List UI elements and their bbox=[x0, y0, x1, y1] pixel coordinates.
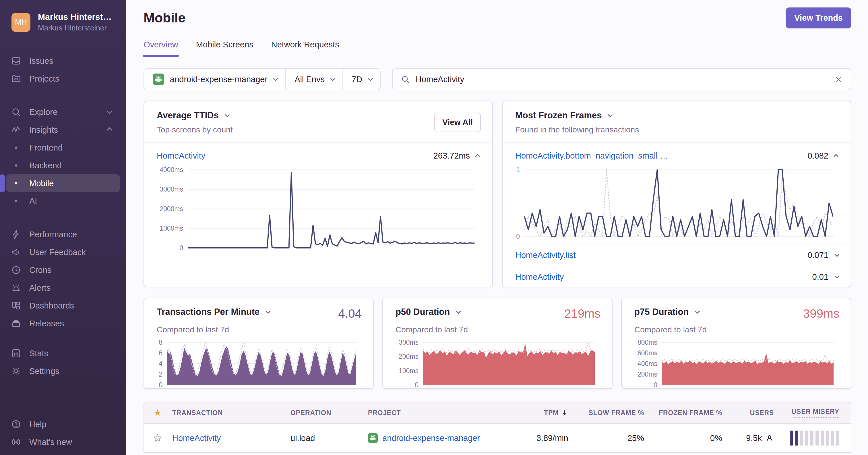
chevron-down-icon[interactable] bbox=[456, 309, 461, 314]
chevron-down-icon bbox=[330, 76, 335, 81]
chevron-up-icon[interactable] bbox=[834, 154, 838, 159]
sidebar-item-projects[interactable]: Projects bbox=[6, 70, 120, 88]
sidebar-item-insights[interactable]: Insights bbox=[6, 121, 120, 139]
sidebar-item-label: Help bbox=[29, 420, 46, 429]
chevron-down-icon[interactable] bbox=[695, 309, 700, 314]
sidebar-item-mobile[interactable]: • Mobile bbox=[6, 174, 120, 192]
svg-text:800ms: 800ms bbox=[638, 339, 657, 346]
star-outline-icon[interactable] bbox=[153, 433, 162, 443]
misery-bar-empty bbox=[826, 431, 829, 446]
column-header-tpm[interactable]: TPM bbox=[506, 409, 568, 417]
card-subtitle: Compared to last 7d bbox=[157, 325, 362, 334]
chevron-down-icon[interactable] bbox=[608, 112, 613, 117]
stat-cards-row: Transactions Per Minute 4.04 Compared to… bbox=[144, 297, 851, 389]
broadcast-icon bbox=[11, 437, 21, 447]
dashboard-icon bbox=[11, 301, 21, 311]
folder-icon bbox=[11, 74, 21, 84]
column-header-project[interactable]: PROJECT bbox=[368, 409, 506, 417]
p50-value: 219ms bbox=[564, 307, 600, 320]
frozen-frames-card: Most Frozen Frames Found in the followin… bbox=[502, 101, 851, 287]
sidebar-item-explore[interactable]: Explore bbox=[6, 103, 120, 121]
transaction-link[interactable]: HomeActivity.list bbox=[515, 251, 576, 260]
chevron-down-icon[interactable] bbox=[225, 112, 230, 117]
svg-text:200ms: 200ms bbox=[638, 371, 657, 378]
search-bar bbox=[392, 68, 851, 90]
card-subtitle: Compared to last 7d bbox=[634, 325, 839, 334]
column-header-operation[interactable]: OPERATION bbox=[290, 409, 368, 417]
sidebar-item-label: What's new bbox=[29, 437, 72, 447]
user-subtitle: Markus Hintersteiner bbox=[38, 24, 112, 32]
search-input[interactable] bbox=[415, 75, 828, 84]
card-title: Transactions Per Minute bbox=[157, 307, 259, 317]
sidebar-item-help[interactable]: Help bbox=[6, 415, 120, 433]
misery-bar-empty bbox=[831, 431, 834, 446]
misery-bar-empty bbox=[820, 431, 824, 446]
main-content: Mobile View Trends Overview Mobile Scree… bbox=[126, 0, 868, 455]
sidebar-item-ai[interactable]: • AI bbox=[6, 192, 120, 210]
transaction-link[interactable]: HomeActivity bbox=[515, 272, 564, 282]
sidebar-item-performance[interactable]: Performance bbox=[6, 226, 120, 243]
card-title: Average TTIDs bbox=[157, 110, 219, 121]
sidebar-item-label: Dashboards bbox=[29, 301, 74, 311]
sidebar-item-backend[interactable]: • Backend bbox=[6, 157, 120, 174]
svg-text:3000ms: 3000ms bbox=[160, 186, 183, 193]
date-range-selector[interactable]: 7D bbox=[342, 69, 380, 90]
view-trends-button[interactable]: View Trends bbox=[786, 7, 851, 28]
chevron-down-icon[interactable] bbox=[835, 252, 840, 257]
tab-bar: Overview Mobile Screens Network Requests bbox=[144, 40, 851, 56]
tab-network-requests[interactable]: Network Requests bbox=[271, 40, 339, 56]
transaction-link[interactable]: HomeActivity.bottom_navigation_small … bbox=[515, 151, 668, 161]
sidebar-item-settings[interactable]: Settings bbox=[6, 362, 120, 380]
sidebar-item-releases[interactable]: Releases bbox=[6, 315, 120, 332]
chevron-up-icon[interactable] bbox=[475, 154, 480, 159]
column-header-transaction[interactable]: TRANSACTION bbox=[171, 409, 290, 417]
sidebar-item-whats-new[interactable]: What's new bbox=[6, 433, 120, 451]
svg-text:2: 2 bbox=[159, 371, 162, 378]
column-header-slow-frame[interactable]: SLOW FRAME % bbox=[568, 409, 644, 417]
sidebar-item-dashboards[interactable]: Dashboards bbox=[6, 297, 120, 315]
sidebar-item-frontend[interactable]: • Frontend bbox=[6, 139, 120, 157]
misery-bar-filled bbox=[789, 431, 793, 446]
bullet-icon: • bbox=[11, 196, 21, 206]
org-user-switcher[interactable]: MH Markus Hinterst… Markus Hintersteiner bbox=[0, 10, 126, 40]
avg-ttids-chart: 4000ms3000ms2000ms1000ms0 bbox=[144, 164, 492, 255]
transaction-value: 0.01 bbox=[812, 272, 828, 282]
view-all-button[interactable]: View All bbox=[434, 113, 481, 132]
frozen-row-home: HomeActivity 0.01 bbox=[503, 266, 851, 287]
tab-mobile-screens[interactable]: Mobile Screens bbox=[196, 40, 253, 56]
environment-selector[interactable]: All Envs bbox=[285, 69, 342, 90]
active-indicator bbox=[0, 174, 5, 192]
p75-chart: 800ms600ms400ms200ms0 bbox=[630, 338, 839, 389]
sidebar-item-crons[interactable]: Crons bbox=[6, 261, 120, 279]
sidebar-item-alerts[interactable]: Alerts bbox=[6, 279, 120, 297]
sidebar-item-stats[interactable]: Stats bbox=[6, 344, 120, 362]
column-header-user-misery[interactable]: USER MISERY bbox=[774, 408, 851, 418]
user-meta: Markus Hinterst… Markus Hintersteiner bbox=[38, 12, 112, 32]
user-icon bbox=[765, 434, 774, 443]
table-row: HomeActivity ui.load android-expense-man… bbox=[144, 424, 851, 452]
clock-icon bbox=[11, 265, 21, 275]
transaction-link[interactable]: HomeActivity bbox=[172, 433, 221, 443]
user-misery-cell bbox=[774, 431, 851, 446]
svg-text:0: 0 bbox=[516, 233, 520, 240]
svg-text:2000ms: 2000ms bbox=[160, 205, 183, 212]
sidebar-item-label: Projects bbox=[29, 74, 59, 84]
column-header-users[interactable]: USERS bbox=[722, 409, 774, 417]
column-header-frozen-frame[interactable]: FROZEN FRAME % bbox=[644, 409, 722, 417]
sidebar-item-user-feedback[interactable]: User Feedback bbox=[6, 243, 120, 261]
ttid-screen-row: HomeActivity 263.72ms bbox=[144, 143, 492, 164]
svg-text:1000ms: 1000ms bbox=[160, 225, 183, 232]
chevron-down-icon[interactable] bbox=[835, 274, 840, 279]
close-icon[interactable] bbox=[834, 75, 843, 84]
tab-overview[interactable]: Overview bbox=[144, 40, 178, 56]
sidebar-item-label: Frontend bbox=[29, 143, 63, 152]
frozen-frames-card-titles: Most Frozen Frames Found in the followin… bbox=[515, 110, 639, 135]
card-title: p75 Duration bbox=[634, 307, 689, 317]
sidebar-item-issues[interactable]: Issues bbox=[6, 52, 120, 70]
project-link[interactable]: android-expense-manager bbox=[382, 433, 480, 443]
svg-text:300ms: 300ms bbox=[399, 339, 418, 346]
screen-link[interactable]: HomeActivity bbox=[157, 151, 205, 161]
project-selector[interactable]: android-expense-manager bbox=[144, 69, 285, 90]
column-header-label: USERS bbox=[750, 409, 774, 417]
chevron-down-icon[interactable] bbox=[266, 309, 271, 314]
